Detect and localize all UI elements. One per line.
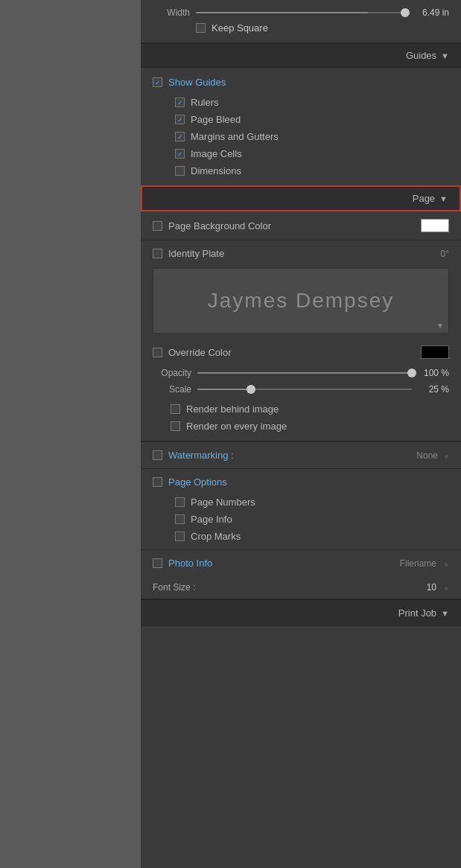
scale-value: 25 % bbox=[418, 384, 449, 395]
margins-gutters-label: Margins and Gutters bbox=[191, 131, 279, 142]
override-color-swatch[interactable] bbox=[421, 345, 449, 359]
page-bleed-label: Page Bleed bbox=[191, 114, 241, 125]
identity-plate-label: Identity Plate bbox=[168, 248, 435, 259]
font-size-row: Font Size : 10 ⬦ bbox=[141, 576, 461, 599]
margins-gutters-row: Margins and Gutters bbox=[175, 131, 449, 142]
page-info-label: Page Info bbox=[191, 514, 232, 525]
render-behind-row: Render behind image bbox=[171, 403, 449, 415]
page-chevron-icon: ▼ bbox=[439, 194, 448, 203]
page-bg-row: Page Background Color bbox=[141, 211, 461, 240]
rulers-checkbox[interactable] bbox=[175, 98, 185, 107]
identity-angle-value: 0° bbox=[441, 249, 449, 259]
page-bg-checkbox[interactable] bbox=[153, 221, 162, 231]
dimensions-row: Dimensions bbox=[175, 165, 449, 176]
crop-marks-checkbox[interactable] bbox=[175, 532, 185, 541]
page-bleed-row: Page Bleed bbox=[175, 114, 449, 125]
identity-plate-section: Identity Plate 0° Jaymes Dempsey ▼ Overr… bbox=[141, 240, 461, 441]
show-guides-checkbox[interactable] bbox=[153, 77, 162, 87]
crop-marks-row: Crop Marks bbox=[175, 531, 461, 542]
photo-info-section: Photo Info Filename ⬦ Font Size : 10 ⬦ bbox=[141, 550, 461, 599]
opacity-row: Opacity 100 % bbox=[141, 365, 461, 381]
scale-row: Scale 25 % bbox=[141, 381, 461, 398]
width-slider[interactable] bbox=[196, 12, 406, 13]
watermarking-row: Watermarking : None ⬦ bbox=[141, 441, 461, 469]
page-bg-label: Page Background Color bbox=[168, 220, 415, 232]
margins-gutters-checkbox[interactable] bbox=[175, 132, 185, 141]
page-numbers-label: Page Numbers bbox=[191, 497, 255, 508]
rulers-row: Rulers bbox=[175, 97, 449, 108]
identity-plate-checkbox[interactable] bbox=[153, 249, 162, 258]
override-color-checkbox[interactable] bbox=[153, 348, 162, 357]
page-bleed-checkbox[interactable] bbox=[175, 115, 185, 124]
page-options-section: Page Options Page Numbers Page Info Crop… bbox=[141, 469, 461, 550]
guides-title: Guides bbox=[406, 50, 436, 61]
page-options-checkbox[interactable] bbox=[153, 477, 162, 487]
print-job-header[interactable]: Print Job ▼ bbox=[141, 599, 461, 626]
watermark-dropdown-icon[interactable]: ⬦ bbox=[444, 451, 449, 460]
photo-info-checkbox[interactable] bbox=[153, 558, 162, 568]
page-info-checkbox[interactable] bbox=[175, 514, 185, 524]
page-numbers-row: Page Numbers bbox=[175, 497, 461, 508]
print-job-title: Print Job bbox=[398, 607, 436, 619]
identity-plate-arrow-icon: ▼ bbox=[436, 322, 444, 330]
dimensions-label: Dimensions bbox=[191, 165, 241, 176]
page-numbers-checkbox[interactable] bbox=[175, 497, 185, 507]
image-cells-row: Image Cells bbox=[175, 148, 449, 159]
page-options-label: Page Options bbox=[168, 476, 227, 488]
show-guides-label: Show Guides bbox=[168, 77, 226, 88]
guide-options-list: Rulers Page Bleed Margins and Gutters Im… bbox=[153, 97, 449, 176]
watermarking-checkbox[interactable] bbox=[153, 450, 162, 460]
override-color-label: Override Color bbox=[168, 347, 415, 358]
watermarking-value: None bbox=[416, 450, 438, 461]
render-behind-label: Render behind image bbox=[186, 403, 279, 415]
image-cells-label: Image Cells bbox=[191, 148, 242, 159]
identity-plate-name: Jaymes Dempsey bbox=[208, 289, 395, 313]
opacity-slider[interactable] bbox=[197, 372, 412, 374]
watermarking-label: Watermarking : bbox=[168, 450, 410, 461]
page-title: Page bbox=[413, 193, 435, 204]
font-size-label: Font Size : bbox=[153, 582, 421, 593]
width-value: 6.49 in bbox=[412, 7, 449, 18]
page-bg-color-swatch[interactable] bbox=[421, 219, 449, 232]
page-info-row: Page Info bbox=[175, 514, 461, 525]
photo-info-value: Filename bbox=[400, 558, 436, 569]
opacity-label: Opacity bbox=[153, 368, 191, 378]
guides-section-header[interactable]: Guides ▼ bbox=[141, 43, 461, 68]
crop-marks-label: Crop Marks bbox=[191, 531, 241, 542]
scale-slider[interactable] bbox=[197, 389, 412, 390]
dimensions-checkbox[interactable] bbox=[175, 166, 185, 176]
render-every-label: Render on every image bbox=[186, 421, 287, 432]
scale-label: Scale bbox=[153, 384, 191, 395]
image-cells-checkbox[interactable] bbox=[175, 149, 185, 159]
override-color-row: Override Color bbox=[141, 341, 461, 365]
render-every-checkbox[interactable] bbox=[171, 421, 180, 431]
guides-content: Show Guides Rulers Page Bleed Margins an… bbox=[141, 68, 461, 185]
font-size-value: 10 bbox=[427, 582, 436, 593]
photo-info-dropdown-icon[interactable]: ⬦ bbox=[444, 559, 449, 568]
keep-square-label: Keep Square bbox=[212, 22, 268, 33]
rulers-label: Rulers bbox=[191, 97, 219, 108]
render-every-row: Render on every image bbox=[171, 421, 449, 432]
page-options-items: Page Numbers Page Info Crop Marks bbox=[141, 494, 461, 542]
font-size-stepper-icon[interactable]: ⬦ bbox=[444, 583, 449, 592]
page-section-header[interactable]: Page ▼ bbox=[141, 185, 461, 211]
render-options: Render behind image Render on every imag… bbox=[141, 398, 461, 441]
left-sidebar bbox=[0, 0, 141, 868]
guides-chevron-icon: ▼ bbox=[441, 51, 449, 60]
render-behind-checkbox[interactable] bbox=[171, 404, 180, 414]
width-label: Width bbox=[153, 7, 190, 18]
opacity-value: 100 % bbox=[418, 368, 449, 378]
print-job-chevron-icon: ▼ bbox=[441, 609, 449, 618]
right-panel: Width 6.49 in Keep Square Guides ▼ Show … bbox=[141, 0, 461, 868]
identity-plate-preview[interactable]: Jaymes Dempsey ▼ bbox=[153, 268, 449, 334]
keep-square-checkbox[interactable] bbox=[196, 23, 206, 33]
photo-info-label: Photo Info bbox=[168, 558, 394, 569]
width-section: Width 6.49 in Keep Square bbox=[141, 0, 461, 43]
